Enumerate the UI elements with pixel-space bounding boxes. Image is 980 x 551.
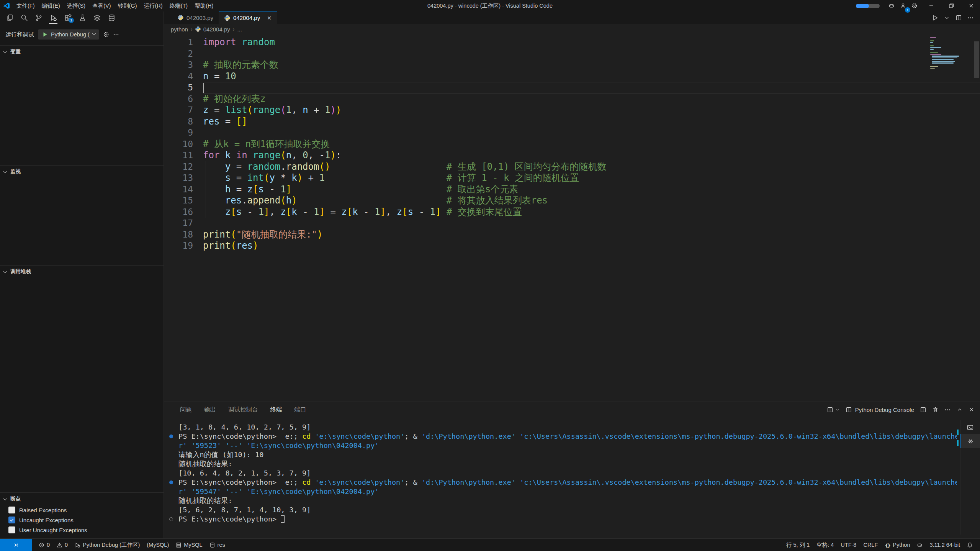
command-decoration-hollow[interactable]	[169, 517, 173, 521]
panel-tab-输出[interactable]: 输出	[200, 402, 221, 417]
tab-close-icon[interactable]: ✕	[267, 15, 272, 21]
panel-tab-问题[interactable]: 问题	[175, 402, 196, 417]
code-line-10[interactable]: 10# 从k = n到1循环抽取并交换	[164, 139, 980, 150]
sidebar-more-icon[interactable]	[113, 31, 119, 38]
debug-settings-gear-icon[interactable]	[103, 31, 109, 38]
code-line-9[interactable]: 9	[164, 127, 980, 139]
kill-terminal-trash-icon[interactable]	[932, 407, 939, 413]
menu-item-3[interactable]: 查看(V)	[89, 0, 114, 11]
status-notifications-bell[interactable]	[964, 542, 976, 548]
editor-area[interactable]: python›042004.py›... 1import random23# 抽…	[164, 24, 980, 402]
remote-indicator[interactable]	[0, 539, 32, 551]
activity-explorer[interactable]	[3, 11, 16, 24]
tab-042003.py[interactable]: 042003.py	[172, 11, 219, 24]
menu-item-0[interactable]: 文件(F)	[13, 0, 38, 11]
checkbox-checked[interactable]	[8, 517, 15, 523]
section-header-调用堆栈[interactable]: 调用堆栈	[0, 266, 164, 278]
code-line-8[interactable]: 8res = []	[164, 116, 980, 128]
status-warnings[interactable]: 0	[53, 542, 71, 548]
close-panel-icon[interactable]	[969, 407, 975, 413]
code-line-15[interactable]: 15 res.append(h) # 将其放入结果列表res	[164, 195, 980, 207]
status-cursor-position[interactable]: 行 5, 列 1	[783, 541, 813, 549]
menu-item-7[interactable]: 帮助(H)	[191, 0, 217, 11]
breadcrumb-item[interactable]: python	[171, 26, 188, 33]
activity-layers[interactable]	[90, 11, 103, 24]
code-line-12[interactable]: 12 y = random.random() # 生成 [0,1) 区间均匀分布…	[164, 161, 980, 173]
status-errors[interactable]: 0	[35, 542, 53, 548]
menu-item-2[interactable]: 选择(S)	[64, 0, 89, 11]
menu-item-6[interactable]: 终端(T)	[166, 0, 191, 11]
terminal-item-python-debug[interactable]	[960, 434, 980, 448]
panel-tab-端口[interactable]: 端口	[290, 402, 311, 417]
code-line-4[interactable]: 4n = 10	[164, 71, 980, 82]
breadcrumb[interactable]: python›042004.py›...	[164, 24, 980, 34]
breadcrumb-item[interactable]: ...	[237, 26, 242, 33]
maximize-panel-icon[interactable]	[957, 407, 963, 413]
code-line-11[interactable]: 11for k in range(n, 0, -1):	[164, 150, 980, 161]
code-line-2[interactable]: 2	[164, 48, 980, 60]
split-editor-icon[interactable]	[955, 15, 962, 21]
status-python-interpreter[interactable]: 3.11.2 64-bit	[926, 542, 964, 548]
panel-tab-终端[interactable]: 终端	[266, 402, 287, 417]
breakpoint-row[interactable]: Raised Exceptions	[0, 505, 164, 515]
restore-button[interactable]	[942, 0, 960, 11]
status-language-mode[interactable]: {}Python	[881, 542, 913, 548]
status-eol[interactable]: CRLF	[860, 542, 881, 548]
breakpoint-row[interactable]: User Uncaught Exceptions	[0, 525, 164, 535]
activity-testing[interactable]	[76, 11, 89, 24]
breadcrumb-item[interactable]: 042004.py	[203, 26, 230, 33]
panel-more-icon[interactable]	[944, 407, 951, 413]
terminal-output[interactable]: [3, 1, 8, 4, 6, 10, 2, 7, 5, 9]PS E:\syn…	[164, 417, 980, 524]
code-line-19[interactable]: 19print(res)	[164, 240, 980, 252]
code-line-6[interactable]: 6# 初始化列表z	[164, 93, 980, 105]
code-line-13[interactable]: 13 s = int(y * k) + 1 # 计算 1 - k 之间的随机位置	[164, 172, 980, 184]
section-header-监视[interactable]: 监视	[0, 166, 164, 178]
code-line-3[interactable]: 3# 抽取的元素个数	[164, 59, 980, 71]
close-button[interactable]	[962, 0, 980, 11]
layout-pill[interactable]	[856, 4, 880, 8]
section-header-变量[interactable]: 变量	[0, 46, 164, 58]
more-actions-icon[interactable]	[967, 15, 974, 21]
status-indentation[interactable]: 空格: 4	[813, 541, 837, 549]
minimap[interactable]	[930, 37, 961, 69]
run-python-file-icon[interactable]	[932, 15, 938, 21]
activity-search[interactable]	[18, 11, 31, 24]
panel-tab-调试控制台[interactable]: 调试控制台	[224, 402, 263, 417]
status-debug-session[interactable]: Python Debug (工作区)	[71, 541, 143, 549]
menu-item-1[interactable]: 编辑(E)	[38, 0, 64, 11]
status-mysql-server[interactable]: MySQL	[172, 542, 206, 548]
editor-scrollbar[interactable]	[974, 41, 979, 78]
activity-database[interactable]	[105, 11, 118, 24]
status-encoding[interactable]: UTF-8	[837, 542, 860, 548]
debug-console-item[interactable]: Python Debug Console	[846, 407, 914, 413]
account-icon[interactable]: 1	[897, 0, 909, 11]
tab-042004.py[interactable]: 042004.py✕	[219, 11, 277, 24]
code-line-17[interactable]: 17	[164, 218, 980, 229]
split-terminal-dropdown-icon[interactable]	[827, 407, 840, 413]
run-dropdown-icon[interactable]	[944, 15, 950, 21]
code-line-16[interactable]: 16 z[s - 1], z[k - 1] = z[k - 1], z[s - …	[164, 207, 980, 218]
code-line-14[interactable]: 14 h = z[s - 1] # 取出第s个元素	[164, 184, 980, 195]
copilot-icon[interactable]	[886, 0, 897, 11]
split-panel-icon[interactable]	[920, 407, 926, 413]
terminal-item-powershell[interactable]	[960, 420, 980, 434]
checkbox[interactable]	[8, 526, 15, 533]
debug-start-icon[interactable]	[42, 31, 48, 38]
command-decoration-filled[interactable]	[169, 480, 173, 484]
code-line-5[interactable]: 5	[164, 82, 980, 93]
code-line-18[interactable]: 18print("随机抽取的结果:")	[164, 229, 980, 241]
section-header-断点[interactable]: 断点	[0, 493, 164, 505]
activity-run-and-debug[interactable]	[47, 11, 60, 24]
debug-config-dropdown[interactable]: Python Debug (	[38, 30, 99, 39]
activity-source-control[interactable]	[32, 11, 45, 24]
command-decoration-filled[interactable]	[169, 435, 173, 438]
minimize-button[interactable]	[923, 0, 940, 11]
code-line-1[interactable]: 1import random	[164, 37, 980, 48]
menu-item-5[interactable]: 运行(R)	[140, 0, 166, 11]
checkbox[interactable]	[8, 507, 15, 513]
menu-item-4[interactable]: 转到(G)	[115, 0, 141, 11]
status-mysql-db[interactable]: res	[206, 542, 229, 548]
activity-extensions[interactable]: 1	[61, 11, 74, 24]
breakpoint-row[interactable]: Uncaught Exceptions	[0, 515, 164, 525]
status-mysql-group[interactable]: (MySQL)	[143, 542, 172, 548]
